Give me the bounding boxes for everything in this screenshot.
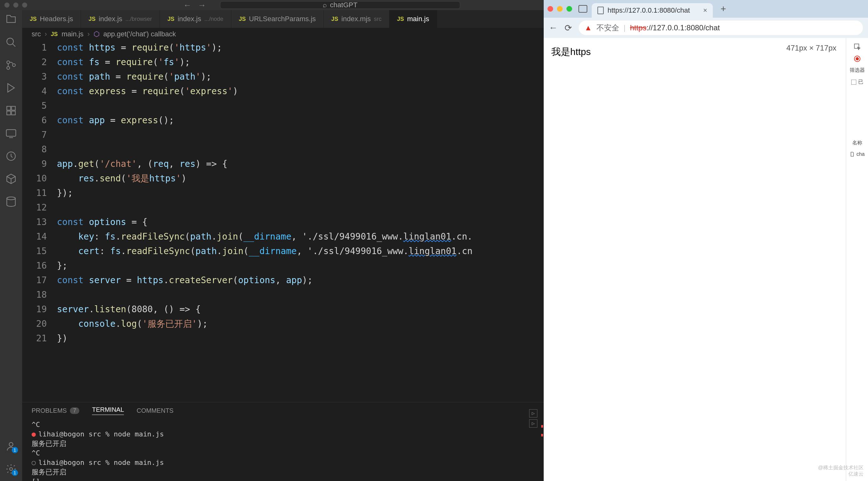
panel-tab-terminal[interactable]: TERMINAL (92, 406, 124, 415)
tab-urlsearchparams[interactable]: JSURLSearchParams.js (231, 10, 324, 28)
minimize-traffic[interactable] (13, 3, 18, 8)
svg-rect-7 (12, 111, 16, 115)
svg-point-12 (10, 468, 13, 471)
titlebar: ← → ⌕ chatGPT (0, 0, 544, 10)
tab-headers[interactable]: JSHeaders.js (22, 10, 81, 28)
browser-viewport[interactable]: 我是https 471px × 717px (544, 38, 846, 481)
terminal-output[interactable]: ▷ ▷ ^Clihai@bogon src % node main.js服务已开… (22, 419, 544, 481)
svg-rect-4 (7, 106, 11, 110)
browser-close[interactable] (548, 6, 553, 12)
name-column-header: 名称 (852, 140, 862, 146)
account-badge: 1 (12, 447, 18, 453)
browser-back-icon[interactable]: ← (549, 23, 558, 33)
command-search[interactable]: ⌕ chatGPT (220, 1, 460, 9)
tab-index-node[interactable]: JSindex.js.../node (160, 10, 231, 28)
address-bar[interactable]: ▲ 不安全 | https://127.0.0.1:8080/chat (579, 21, 863, 35)
svg-point-2 (7, 67, 10, 69)
code-editor[interactable]: 123456789101112131415161718192021 const … (22, 40, 544, 402)
terminal-split-icon-2[interactable]: ▷ (529, 419, 537, 427)
panel-tab-comments[interactable]: COMMENTS (136, 406, 174, 415)
svg-rect-6 (7, 111, 11, 115)
breadcrumb[interactable]: src › JS main.js › ⬡ app.get('/chat') ca… (22, 28, 544, 40)
insecure-label: 不安全 (596, 23, 619, 33)
source-control-icon[interactable] (5, 59, 17, 71)
maximize-traffic[interactable] (22, 3, 27, 8)
browser-tab-title: https://127.0.0.1:8080/chat (608, 6, 690, 14)
browser-window: https://127.0.0.1:8080/chat × + ← ⟳ ▲ 不安… (544, 0, 868, 481)
database-icon[interactable] (5, 196, 17, 207)
browser-toolbar: ← ⟳ ▲ 不安全 | https://127.0.0.1:8080/chat (544, 18, 868, 38)
watermark: @稀土掘金技术社区 亿速云 (818, 464, 864, 477)
browser-minimize[interactable] (557, 6, 563, 12)
extensions-icon[interactable] (5, 105, 17, 116)
filter-label: 筛选器 (850, 67, 865, 74)
vscode-window: ← → ⌕ chatGPT 1 (0, 0, 544, 481)
close-traffic[interactable] (4, 3, 9, 8)
svg-point-0 (7, 38, 13, 45)
tab-main-js[interactable]: JSmain.js (390, 10, 437, 28)
svg-rect-13 (855, 44, 859, 49)
devtools-sidebar: 筛选器 已 名称 cha (846, 38, 868, 481)
activity-bar: 1 1 (0, 10, 22, 481)
record-icon[interactable] (854, 56, 860, 62)
bottom-panel: PROBLEMS7 TERMINAL COMMENTS ▷ ▷ ^Clihai@… (22, 402, 544, 481)
svg-point-10 (7, 197, 16, 200)
symbol-icon: ⬡ (94, 30, 99, 38)
svg-point-1 (7, 61, 10, 64)
search-icon: ⌕ (323, 1, 327, 9)
problems-count: 7 (70, 407, 79, 414)
browser-traffic-lights (548, 6, 572, 12)
panel-tab-problems[interactable]: PROBLEMS7 (32, 406, 79, 415)
browser-tab[interactable]: https://127.0.0.1:8080/chat × (592, 3, 713, 18)
nav-forward-icon[interactable]: → (198, 0, 206, 10)
url-path: ://127.0.0.1:8080/chat (646, 23, 720, 32)
tab-index-mjs[interactable]: JSindex.mjssrc (324, 10, 390, 28)
timeline-icon[interactable] (5, 151, 17, 162)
settings-badge: 1 (12, 470, 18, 476)
browser-reload-icon[interactable]: ⟳ (564, 23, 572, 33)
breadcrumb-symbol[interactable]: app.get('/chat') callback (103, 30, 176, 38)
checkbox[interactable] (851, 79, 856, 85)
inspect-icon[interactable] (854, 43, 861, 51)
search-text: chatGPT (330, 1, 358, 9)
package-icon[interactable] (5, 173, 17, 185)
explorer-icon[interactable] (5, 14, 17, 25)
new-tab-icon[interactable]: + (720, 3, 726, 14)
sidebar-toggle-icon[interactable] (579, 5, 587, 13)
editor-tabbar: JSHeaders.js JSindex.js.../browser JSind… (22, 10, 544, 28)
traffic-lights (4, 3, 27, 8)
tab-index-browser[interactable]: JSindex.js.../browser (81, 10, 160, 28)
network-row[interactable]: cha (850, 151, 865, 157)
warning-icon: ▲ (585, 23, 592, 32)
remote-icon[interactable] (5, 128, 17, 139)
terminal-split-icon[interactable]: ▷ (529, 409, 537, 417)
url-scheme: https (630, 23, 646, 32)
svg-point-3 (13, 64, 16, 67)
viewport-dimensions: 471px × 717px (786, 43, 836, 53)
page-icon (597, 7, 604, 14)
code-content[interactable]: const https = require('https');const fs … (57, 40, 544, 402)
svg-rect-5 (12, 106, 16, 110)
svg-rect-8 (6, 130, 16, 136)
breadcrumb-root[interactable]: src (32, 30, 41, 38)
svg-point-11 (9, 443, 13, 446)
nav-back-icon[interactable]: ← (183, 0, 191, 10)
tab-close-icon[interactable]: × (703, 6, 707, 14)
browser-tabbar: https://127.0.0.1:8080/chat × + (544, 0, 868, 18)
line-gutter: 123456789101112131415161718192021 (22, 40, 57, 402)
search-icon[interactable] (5, 37, 17, 48)
run-debug-icon[interactable] (5, 82, 17, 94)
browser-maximize[interactable] (566, 6, 572, 12)
breadcrumb-file[interactable]: main.js (62, 30, 84, 38)
